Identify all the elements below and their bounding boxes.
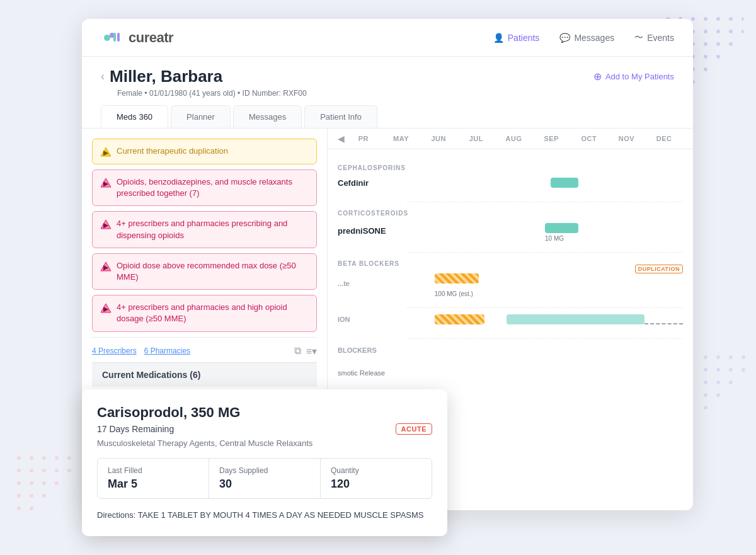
svg-point-57 bbox=[729, 368, 733, 372]
tabs-row: Meds 360 Planner Messages Patient Info bbox=[101, 105, 674, 128]
alert-opioid-max-dose[interactable]: ▶ Opioid dose above recommended max dose… bbox=[92, 253, 317, 290]
svg-point-48 bbox=[42, 494, 46, 498]
alert-triangle-icon: ▶ bbox=[100, 146, 112, 157]
svg-point-33 bbox=[30, 456, 33, 460]
drug-name-osmotic: BLOCKERS bbox=[338, 346, 407, 354]
svg-point-39 bbox=[42, 469, 46, 472]
patient-name: Miller, Barbara bbox=[110, 67, 222, 86]
tab-planner[interactable]: Planner bbox=[171, 105, 231, 128]
tab-patient-info[interactable]: Patient Info bbox=[304, 105, 377, 128]
plus-circle-icon: ⊕ bbox=[593, 71, 602, 83]
drug-row-osmotic: BLOCKERS bbox=[338, 341, 683, 359]
med-card-title: Carisoprodol, 350 MG bbox=[97, 404, 432, 421]
svg-point-47 bbox=[30, 494, 33, 498]
svg-point-4 bbox=[716, 17, 720, 21]
alert-high-opioid-dosage[interactable]: ▶ 4+ prescribers and pharmacies and high… bbox=[92, 295, 317, 331]
dots-mid-right bbox=[699, 351, 750, 429]
category-beta-blockers: BETA BLOCKERS bbox=[338, 260, 683, 267]
month-aug: AUG bbox=[495, 135, 533, 142]
med-category: Musculoskeletal Therapy Agents, Central … bbox=[97, 438, 432, 448]
svg-point-12 bbox=[729, 30, 733, 33]
svg-point-64 bbox=[704, 406, 707, 409]
drug-name-cefdinir: Cefdinir bbox=[338, 178, 407, 188]
month-jul: JUL bbox=[457, 135, 495, 142]
svg-point-37 bbox=[17, 469, 21, 472]
alert-prescribers-pharmacies[interactable]: ▶ 4+ prescribers and pharmacies prescrib… bbox=[92, 211, 317, 248]
svg-point-53 bbox=[729, 355, 733, 359]
category-cephalosporins: CEPHALOSPORINS bbox=[338, 164, 683, 171]
days-supplied-value: 30 bbox=[219, 478, 310, 491]
svg-point-28 bbox=[704, 67, 707, 71]
svg-point-61 bbox=[729, 380, 733, 384]
svg-point-50 bbox=[30, 506, 33, 510]
cefdinir-bar bbox=[551, 178, 578, 188]
svg-point-18 bbox=[716, 42, 720, 46]
month-labels: PR MAY JUN JUL AUG SEP OCT NOV DEC bbox=[345, 135, 683, 142]
drug-row-ion: ION bbox=[338, 311, 683, 328]
quantity-value: 120 bbox=[331, 478, 421, 491]
nav-bar: cureatr 👤 Patients 💬 Messages 〜 Events bbox=[82, 19, 693, 57]
svg-point-60 bbox=[716, 380, 720, 384]
month-sep: SEP bbox=[532, 135, 570, 142]
med-directions: Directions: TAKE 1 TABLET BY MOUTH 4 TIM… bbox=[97, 509, 432, 522]
alert-text-5: 4+ prescribers and pharmacies and high o… bbox=[117, 302, 309, 324]
month-may: MAY bbox=[382, 135, 420, 142]
svg-point-32 bbox=[17, 456, 21, 460]
patients-icon: 👤 bbox=[493, 33, 504, 43]
alert-therapeutic-duplication[interactable]: ▶ Current therapeutic duplication bbox=[92, 139, 317, 164]
add-to-my-patients-button[interactable]: ⊕ Add to My Patients bbox=[593, 71, 674, 83]
svg-point-13 bbox=[742, 30, 743, 33]
med-stat-days-supplied: Days Supplied 30 bbox=[209, 459, 321, 498]
drug-name-ion: ION bbox=[338, 316, 407, 323]
patient-header: ‹ Miller, Barbara ⊕ Add to My Patients F… bbox=[82, 57, 693, 129]
last-filled-value: Mar 5 bbox=[108, 478, 198, 491]
svg-point-36 bbox=[67, 456, 71, 460]
month-dec: DEC bbox=[645, 135, 683, 142]
nav-links: 👤 Patients 💬 Messages 〜 Events bbox=[493, 32, 674, 43]
pharmacies-count[interactable]: 6 Pharmacies bbox=[144, 346, 190, 355]
svg-point-6 bbox=[742, 17, 743, 21]
ion-bar-teal bbox=[507, 314, 644, 324]
svg-point-38 bbox=[30, 469, 33, 472]
svg-point-5 bbox=[729, 17, 733, 21]
prescribers-count[interactable]: 4 Prescribers bbox=[92, 346, 137, 355]
cefdinir-bar-area bbox=[407, 174, 683, 192]
ion-bar-dotted bbox=[644, 323, 683, 324]
filter-icon[interactable]: ≡▾ bbox=[306, 345, 317, 357]
prednisone-bar-area: 10 MG bbox=[407, 219, 683, 242]
tab-messages[interactable]: Messages bbox=[233, 105, 302, 128]
alert-triangle-icon-2: ▶ bbox=[100, 177, 112, 188]
svg-rect-67 bbox=[113, 33, 116, 42]
alert-triangle-icon-5: ▶ bbox=[100, 302, 112, 314]
alert-opioids-benzos[interactable]: ▶ Opioids, benzodiazepines, and muscle r… bbox=[92, 169, 317, 206]
svg-point-65 bbox=[104, 35, 110, 41]
acute-badge: ACUTE bbox=[396, 423, 432, 435]
svg-point-62 bbox=[704, 393, 707, 397]
svg-point-19 bbox=[729, 42, 733, 46]
svg-point-40 bbox=[55, 469, 59, 472]
events-icon: 〜 bbox=[634, 32, 643, 43]
logo-text: cureatr bbox=[129, 30, 173, 46]
ion-bar-orange bbox=[435, 314, 484, 324]
nav-patients[interactable]: 👤 Patients bbox=[493, 33, 540, 43]
beta-bar-orange bbox=[435, 273, 479, 283]
drug-row-prednisone: predniSONE 10 MG bbox=[338, 219, 683, 242]
back-button[interactable]: ‹ bbox=[101, 70, 105, 83]
month-pr: PR bbox=[345, 135, 382, 142]
svg-rect-68 bbox=[117, 33, 120, 42]
svg-point-58 bbox=[742, 368, 745, 372]
timeline-prev-button[interactable]: ◀ bbox=[338, 134, 345, 144]
last-filled-label: Last Filled bbox=[108, 466, 198, 475]
directions-prefix: Directions: bbox=[97, 510, 135, 520]
med-stat-quantity: Quantity 120 bbox=[321, 459, 432, 498]
messages-icon: 💬 bbox=[559, 33, 570, 43]
nav-messages[interactable]: 💬 Messages bbox=[559, 33, 614, 43]
alert-text-1: Current therapeutic duplication bbox=[117, 146, 228, 157]
days-remaining: 17 Days Remaining bbox=[97, 424, 174, 434]
nav-events[interactable]: 〜 Events bbox=[634, 32, 674, 43]
osmotic-bar-area bbox=[407, 341, 683, 359]
copy-icon[interactable]: ⧉ bbox=[294, 345, 301, 357]
tab-meds360[interactable]: Meds 360 bbox=[101, 105, 168, 128]
drug-row-cefdinir: Cefdinir bbox=[338, 174, 683, 192]
logo-area: cureatr bbox=[101, 26, 173, 49]
